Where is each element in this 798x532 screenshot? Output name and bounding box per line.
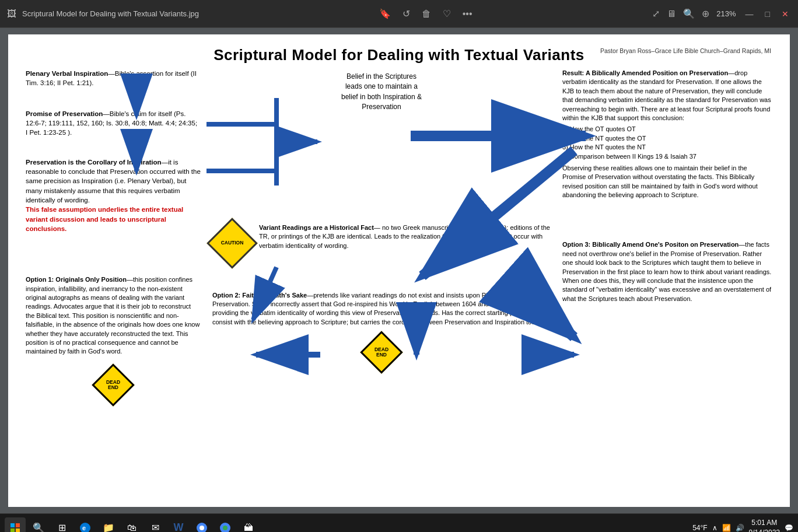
svg-rect-18 <box>16 528 20 533</box>
minimize-button[interactable]: — <box>743 9 756 19</box>
result-list: 1) How the OT quotes OT 2) How the NT qu… <box>562 125 772 161</box>
option1-block: Option 1: Originals Only Position—this p… <box>26 275 201 356</box>
option2-block: Option 2: Faith for Faith's Sake—pretend… <box>212 291 551 327</box>
taskbar-right: 54°F ∧ 📶 🔊 5:01 AM 9/14/2022 💬 <box>692 518 793 532</box>
time-date: 5:01 AM 9/14/2022 <box>749 518 780 532</box>
maximize-button[interactable]: □ <box>763 9 772 19</box>
svg-point-24 <box>223 526 228 530</box>
corollary-block: Preservation is the Corollary of Inspira… <box>26 158 201 234</box>
clock-date: 9/14/2022 <box>749 528 780 533</box>
result-list-item-3: 3) How the NT quotes the NT <box>562 143 772 152</box>
monitor-icon[interactable]: 🖥 <box>667 9 676 19</box>
svg-text:e: e <box>82 524 86 531</box>
toolbar-icons: 🔖 ↺ 🗑 ♡ ••• <box>379 8 473 19</box>
search-taskbar[interactable]: 🔍 <box>28 517 49 533</box>
result-list-item-2: 2) How the NT quotes the OT <box>562 134 772 143</box>
svg-point-22 <box>200 526 204 530</box>
mail-app[interactable]: ✉ <box>145 517 166 533</box>
option2-heading: Option 2: Faith for Faith's Sake <box>212 292 307 299</box>
clock-time: 5:01 AM <box>749 518 780 528</box>
promise-block: Promise of Preservation—Bible's claim fo… <box>26 109 201 138</box>
start-button[interactable] <box>5 517 26 533</box>
task-view[interactable]: ⊞ <box>51 517 72 533</box>
result-list-item-4: 4) Comparison between II Kings 19 & Isai… <box>562 152 772 161</box>
plenary-block: Plenary Verbal Inspiration—Bible's asser… <box>26 69 201 88</box>
taskbar: 🔍 ⊞ e 📁 🛍 ✉ W 🏔 54°F ∧ 📶 🔊 5:01 AM 9/14/… <box>0 513 798 532</box>
up-arrow-icon[interactable]: ∧ <box>712 524 718 532</box>
more-icon[interactable]: ••• <box>463 9 473 19</box>
plenary-heading: Plenary Verbal Inspiration <box>26 70 108 77</box>
corollary-heading: Preservation is the Corollary of Inspira… <box>26 159 162 166</box>
network-icon: 📶 <box>722 524 731 532</box>
file-title: Scriptural Model for Dealing with Textua… <box>22 9 199 18</box>
content-area: Scriptural Model for Dealing with Textua… <box>0 28 798 513</box>
chrome-app[interactable] <box>191 517 212 533</box>
dead-end-center: DEADEND <box>212 335 551 369</box>
attribution: Pastor Bryan Ross–Grace Life Bible Churc… <box>600 47 771 54</box>
right-column: Result: A Biblically Amended Position on… <box>556 69 772 507</box>
app-icon: 🖼 <box>7 9 16 19</box>
weather-temp: 54°F <box>692 524 707 532</box>
variant-heading: Variant Readings are a Historical Fact <box>259 224 374 231</box>
edge-browser[interactable]: e <box>75 517 96 533</box>
option1-body: —this position confines inspiration, inf… <box>26 276 200 355</box>
store-app[interactable]: 🛍 <box>121 517 142 533</box>
caution-label: CAUTION <box>221 240 244 246</box>
zoom-level: 213% <box>716 9 736 18</box>
zoom-in-icon[interactable]: ⊕ <box>702 8 709 19</box>
svg-rect-16 <box>16 523 20 527</box>
heart-icon[interactable]: ♡ <box>443 8 451 19</box>
left-column: Plenary Verbal Inspiration—Bible's asser… <box>26 69 206 507</box>
speaker-icon[interactable]: 🔊 <box>736 524 744 532</box>
expand-icon[interactable]: ⤢ <box>652 8 660 19</box>
option3-heading: Option 3: Biblically Amend One's Positon… <box>562 241 738 248</box>
notification-icon[interactable]: 💬 <box>785 524 793 532</box>
center-column: Belief in the Scriptures leads one to ma… <box>206 69 556 507</box>
result-block: Result: A Biblically Amended Position on… <box>562 69 772 200</box>
search-zoom-icon[interactable]: 🔍 <box>683 8 695 19</box>
dead-end-left: DEADEND <box>26 368 201 402</box>
option3-block: Option 3: Biblically Amend One's Positon… <box>562 240 772 303</box>
corollary-red: This false assumption underlies the enti… <box>26 206 183 232</box>
option1-heading: Option 1: Originals Only Position <box>26 276 127 283</box>
result-body2: Observing these realities allows one to … <box>562 164 772 200</box>
svg-rect-17 <box>10 528 15 533</box>
file-explorer[interactable]: 📁 <box>98 517 119 533</box>
promise-heading: Promise of Preservation <box>26 110 103 117</box>
result-list-item-1: 1) How the OT quotes OT <box>562 125 772 134</box>
photos-app[interactable]: 🏔 <box>238 517 259 533</box>
belief-box: Belief in the Scriptures leads one to ma… <box>340 72 424 113</box>
variant-section: CAUTION Variant Readings are a Historica… <box>212 223 551 263</box>
result-heading: Result: A Biblically Amended Position on… <box>562 69 728 76</box>
result-body1: —drop verbatim identicality as the stand… <box>562 69 771 121</box>
titlebar-left: 🖼 Scriptural Model for Dealing with Text… <box>7 9 199 19</box>
svg-rect-15 <box>10 523 15 527</box>
document-page: Scriptural Model for Dealing with Textua… <box>8 34 790 507</box>
delete-icon[interactable]: 🗑 <box>422 9 431 19</box>
history-icon[interactable]: ↺ <box>402 8 410 19</box>
belief-text: Belief in the Scriptures leads one to ma… <box>341 72 422 111</box>
titlebar: 🖼 Scriptural Model for Dealing with Text… <box>0 0 798 28</box>
word-app[interactable]: W <box>168 517 189 533</box>
close-button[interactable]: ✕ <box>779 9 791 19</box>
variant-block: Variant Readings are a Historical Fact— … <box>259 223 551 251</box>
option3-body: —the facts need not overthrow one's beli… <box>562 241 771 302</box>
window-controls: ⤢ 🖥 🔍 ⊕ 213% — □ ✕ <box>652 8 791 19</box>
bookmark-icon[interactable]: 🔖 <box>379 8 391 19</box>
chrome-app-2[interactable] <box>215 517 236 533</box>
caution-sign: CAUTION <box>212 223 252 263</box>
